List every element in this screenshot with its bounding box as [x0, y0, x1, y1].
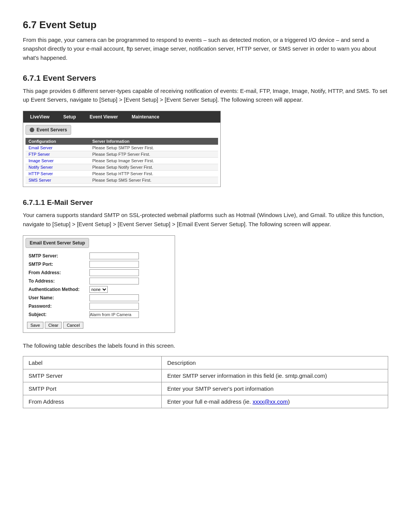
nav-eventviewer: Event Viewer: [83, 113, 124, 121]
server-email-info: Please Setup SMTP Server First.: [89, 145, 218, 151]
form-row-password: Password:: [27, 302, 171, 310]
row-smtp-port-desc: Enter your SMTP server's port informatio…: [162, 382, 388, 395]
table-row: Email Server Please Setup SMTP Server Fi…: [25, 145, 218, 151]
col-description-header: Description: [162, 356, 388, 369]
email-setup-header: Email Event Server Setup: [25, 238, 89, 248]
form-row-from-address: From Address:: [27, 268, 171, 277]
server-ftp-info: Please Setup FTP Server First.: [89, 151, 218, 158]
row-smtp-port-label: SMTP Port: [23, 382, 162, 395]
nav-setup: Setup: [56, 113, 83, 121]
password-label: Password:: [27, 302, 88, 310]
section-6-7-1-1-title: 6.7.1.1 E-Mail Server: [23, 198, 388, 207]
server-notify-label: Notify Server: [25, 164, 89, 171]
server-http-label: HTTP Server: [25, 171, 89, 177]
header-dot-icon: [30, 128, 34, 132]
save-button[interactable]: Save: [27, 322, 43, 329]
email-form-table: SMTP Server: SMTP Port: From Address: To…: [27, 252, 171, 319]
subject-label: Subject:: [27, 310, 88, 319]
row-from-address-label: From Address: [23, 395, 162, 408]
table-row: From Address Enter your full e-mail addr…: [23, 395, 388, 408]
form-row-to-address: To Address:: [27, 277, 171, 285]
nav-maintenance: Maintenance: [125, 113, 166, 121]
cancel-button[interactable]: Cancel: [63, 322, 83, 329]
server-sms-label: SMS Server: [25, 177, 89, 184]
table-row: Image Server Please Setup Image Server F…: [25, 158, 218, 164]
password-input[interactable]: [89, 303, 139, 310]
server-notify-info: Please Setup Notify Server First.: [89, 164, 218, 171]
username-input[interactable]: [89, 294, 139, 301]
section-6-7-1-title: 6.7.1 Event Servers: [23, 73, 388, 83]
username-label: User Name:: [27, 294, 88, 302]
auth-method-label: Authentication Method:: [27, 285, 88, 294]
from-address-input[interactable]: [89, 269, 139, 276]
to-address-label: To Address:: [27, 277, 88, 285]
form-row-username: User Name:: [27, 294, 171, 302]
server-ftp-label: FTP Server: [25, 151, 89, 158]
email-setup-label: Email Event Server Setup: [30, 240, 85, 246]
table-row: Notify Server Please Setup Notify Server…: [25, 164, 218, 171]
smtp-port-label: SMTP Port:: [27, 260, 88, 268]
server-config-table: Configuration Server Information Email S…: [25, 138, 218, 184]
table-row: SMS Server Please Setup SMS Server First…: [25, 177, 218, 184]
form-row-smtp-port: SMTP Port:: [27, 260, 171, 268]
section-6-7-1-1-intro: Your camera supports standard SMTP on SS…: [23, 211, 388, 228]
section-6-7-intro: From this page, your camera can be progr…: [23, 35, 388, 62]
smtp-port-input[interactable]: [89, 261, 139, 268]
server-sms-info: Please Setup SMS Server First.: [89, 177, 218, 184]
row-from-address-desc: Enter your full e-mail address (ie. xxxx…: [162, 395, 388, 408]
form-row-subject: Subject: Alarm from IP Camera: [27, 310, 171, 319]
form-button-row: Save Clear Cancel: [27, 322, 171, 329]
col-server-info: Server Information: [89, 138, 218, 145]
form-row-smtp-server: SMTP Server:: [27, 252, 171, 260]
subject-input[interactable]: Alarm from IP Camera: [89, 311, 139, 318]
camera-nav-bar: LiveView Setup Event Viewer Maintenance: [23, 111, 220, 123]
server-email-label: Email Server: [25, 145, 89, 151]
to-address-input[interactable]: [89, 278, 139, 284]
email-setup-ui-screenshot: Email Event Server Setup SMTP Server: SM…: [23, 235, 175, 333]
col-configuration: Configuration: [25, 138, 89, 145]
row-smtp-server-desc: Enter SMTP server information in this fi…: [162, 369, 388, 382]
col-label-header: Label: [23, 356, 162, 369]
server-http-info: Please Setup HTTP Server First.: [89, 171, 218, 177]
email-link[interactable]: xxxx@xx.com: [253, 398, 288, 405]
auth-method-select[interactable]: none basic ntlm: [89, 286, 108, 293]
event-servers-ui-screenshot: LiveView Setup Event Viewer Maintenance …: [23, 111, 221, 187]
server-image-label: Image Server: [25, 158, 89, 164]
nav-liveview: LiveView: [23, 113, 56, 121]
event-servers-label: Event Servers: [37, 127, 67, 133]
table-row: HTTP Server Please Setup HTTP Server Fir…: [25, 171, 218, 177]
section-6-7-title: 6.7 Event Setup: [23, 19, 388, 31]
table-row: SMTP Server Enter SMTP server informatio…: [23, 369, 388, 382]
smtp-server-label: SMTP Server:: [27, 252, 88, 260]
table-row: SMTP Port Enter your SMTP server's port …: [23, 382, 388, 395]
label-description-table: Label Description SMTP Server Enter SMTP…: [23, 356, 388, 408]
event-servers-header: Event Servers: [25, 125, 71, 135]
form-row-auth-method: Authentication Method: none basic ntlm: [27, 285, 171, 294]
server-image-info: Please Setup Image Server First.: [89, 158, 218, 164]
from-address-label: From Address:: [27, 268, 88, 277]
clear-button[interactable]: Clear: [45, 322, 62, 329]
row-smtp-server-label: SMTP Server: [23, 369, 162, 382]
table-row: FTP Server Please Setup FTP Server First…: [25, 151, 218, 158]
section-6-7-1-intro: This page provides 6 different server-ty…: [23, 86, 388, 104]
smtp-server-input[interactable]: [89, 252, 139, 259]
table-intro-text: The following table describes the labels…: [23, 341, 388, 350]
